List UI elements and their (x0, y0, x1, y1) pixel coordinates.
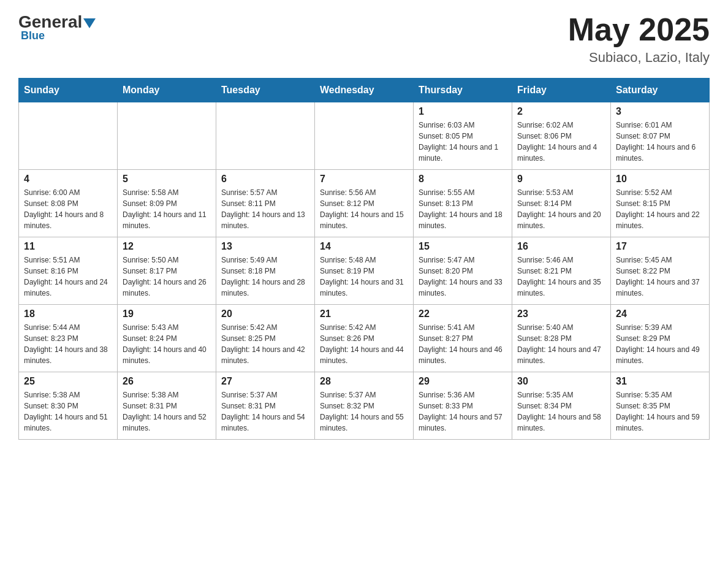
table-row: 18Sunrise: 5:44 AM Sunset: 8:23 PM Dayli… (19, 305, 118, 372)
day-number: 31 (616, 376, 704, 387)
day-number: 19 (123, 308, 211, 320)
logo: General Blue (18, 12, 96, 42)
table-row: 10Sunrise: 5:52 AM Sunset: 8:15 PM Dayli… (611, 170, 710, 237)
table-row: 13Sunrise: 5:49 AM Sunset: 8:18 PM Dayli… (216, 237, 315, 305)
day-info: Sunrise: 5:52 AM Sunset: 8:15 PM Dayligh… (616, 187, 704, 231)
day-info: Sunrise: 5:43 AM Sunset: 8:24 PM Dayligh… (123, 322, 211, 366)
day-number: 1 (419, 106, 507, 117)
page-header: General Blue May 2025 Subiaco, Lazio, It… (18, 12, 710, 66)
table-row: 21Sunrise: 5:42 AM Sunset: 8:26 PM Dayli… (315, 305, 414, 372)
day-number: 10 (616, 174, 704, 185)
day-info: Sunrise: 5:40 AM Sunset: 8:28 PM Dayligh… (517, 322, 605, 366)
table-row: 14Sunrise: 5:48 AM Sunset: 8:19 PM Dayli… (315, 237, 414, 305)
day-info: Sunrise: 5:51 AM Sunset: 8:16 PM Dayligh… (24, 255, 112, 299)
day-info: Sunrise: 5:38 AM Sunset: 8:30 PM Dayligh… (24, 389, 112, 434)
table-row: 22Sunrise: 5:41 AM Sunset: 8:27 PM Dayli… (414, 305, 512, 372)
day-number: 5 (123, 174, 211, 185)
day-number: 16 (517, 241, 605, 252)
calendar-week-row: 11Sunrise: 5:51 AM Sunset: 8:16 PM Dayli… (19, 237, 710, 305)
table-row: 9Sunrise: 5:53 AM Sunset: 8:14 PM Daylig… (512, 170, 611, 237)
day-number: 20 (221, 308, 309, 320)
day-info: Sunrise: 5:46 AM Sunset: 8:21 PM Dayligh… (517, 255, 605, 299)
table-row: 12Sunrise: 5:50 AM Sunset: 8:17 PM Dayli… (118, 237, 216, 305)
table-row: 4Sunrise: 6:00 AM Sunset: 8:08 PM Daylig… (19, 170, 118, 237)
col-monday: Monday (118, 79, 216, 102)
day-number: 11 (24, 241, 112, 252)
col-friday: Friday (512, 79, 611, 102)
day-number: 24 (616, 308, 704, 320)
day-info: Sunrise: 6:01 AM Sunset: 8:07 PM Dayligh… (616, 120, 704, 164)
day-number: 13 (221, 241, 309, 252)
table-row: 19Sunrise: 5:43 AM Sunset: 8:24 PM Dayli… (118, 305, 216, 372)
calendar-week-row: 18Sunrise: 5:44 AM Sunset: 8:23 PM Dayli… (19, 305, 710, 372)
table-row: 30Sunrise: 5:35 AM Sunset: 8:34 PM Dayli… (512, 372, 611, 440)
col-thursday: Thursday (414, 79, 512, 102)
day-info: Sunrise: 5:56 AM Sunset: 8:12 PM Dayligh… (320, 187, 408, 231)
logo-blue: Blue (21, 29, 96, 42)
day-number: 22 (419, 308, 507, 320)
calendar-header: Sunday Monday Tuesday Wednesday Thursday… (19, 79, 710, 102)
day-header-row: Sunday Monday Tuesday Wednesday Thursday… (19, 79, 710, 102)
day-number: 14 (320, 241, 408, 252)
day-info: Sunrise: 5:37 AM Sunset: 8:32 PM Dayligh… (320, 389, 408, 434)
day-number: 8 (419, 174, 507, 185)
day-info: Sunrise: 5:41 AM Sunset: 8:27 PM Dayligh… (419, 322, 507, 366)
table-row: 7Sunrise: 5:56 AM Sunset: 8:12 PM Daylig… (315, 170, 414, 237)
table-row (216, 102, 315, 170)
table-row: 27Sunrise: 5:37 AM Sunset: 8:31 PM Dayli… (216, 372, 315, 440)
col-wednesday: Wednesday (315, 79, 414, 102)
day-info: Sunrise: 5:36 AM Sunset: 8:33 PM Dayligh… (419, 389, 507, 434)
day-info: Sunrise: 5:53 AM Sunset: 8:14 PM Dayligh… (517, 187, 605, 231)
day-number: 28 (320, 376, 408, 387)
day-number: 25 (24, 376, 112, 387)
day-info: Sunrise: 5:42 AM Sunset: 8:25 PM Dayligh… (221, 322, 309, 366)
table-row: 20Sunrise: 5:42 AM Sunset: 8:25 PM Dayli… (216, 305, 315, 372)
day-number: 30 (517, 376, 605, 387)
table-row: 11Sunrise: 5:51 AM Sunset: 8:16 PM Dayli… (19, 237, 118, 305)
calendar-week-row: 4Sunrise: 6:00 AM Sunset: 8:08 PM Daylig… (19, 170, 710, 237)
table-row: 23Sunrise: 5:40 AM Sunset: 8:28 PM Dayli… (512, 305, 611, 372)
col-sunday: Sunday (19, 79, 118, 102)
table-row: 2Sunrise: 6:02 AM Sunset: 8:06 PM Daylig… (512, 102, 611, 170)
day-info: Sunrise: 5:44 AM Sunset: 8:23 PM Dayligh… (24, 322, 112, 366)
day-number: 29 (419, 376, 507, 387)
day-info: Sunrise: 5:58 AM Sunset: 8:09 PM Dayligh… (123, 187, 211, 231)
day-info: Sunrise: 5:42 AM Sunset: 8:26 PM Dayligh… (320, 322, 408, 366)
day-info: Sunrise: 5:35 AM Sunset: 8:34 PM Dayligh… (517, 389, 605, 434)
day-number: 27 (221, 376, 309, 387)
day-info: Sunrise: 5:38 AM Sunset: 8:31 PM Dayligh… (123, 389, 211, 434)
table-row: 28Sunrise: 5:37 AM Sunset: 8:32 PM Dayli… (315, 372, 414, 440)
day-number: 23 (517, 308, 605, 320)
table-row: 8Sunrise: 5:55 AM Sunset: 8:13 PM Daylig… (414, 170, 512, 237)
day-number: 15 (419, 241, 507, 252)
day-info: Sunrise: 6:02 AM Sunset: 8:06 PM Dayligh… (517, 120, 605, 164)
table-row (118, 102, 216, 170)
table-row: 6Sunrise: 5:57 AM Sunset: 8:11 PM Daylig… (216, 170, 315, 237)
day-number: 18 (24, 308, 112, 320)
table-row: 25Sunrise: 5:38 AM Sunset: 8:30 PM Dayli… (19, 372, 118, 440)
table-row: 3Sunrise: 6:01 AM Sunset: 8:07 PM Daylig… (611, 102, 710, 170)
table-row: 5Sunrise: 5:58 AM Sunset: 8:09 PM Daylig… (118, 170, 216, 237)
table-row: 1Sunrise: 6:03 AM Sunset: 8:05 PM Daylig… (414, 102, 512, 170)
day-number: 9 (517, 174, 605, 185)
table-row (19, 102, 118, 170)
calendar-body: 1Sunrise: 6:03 AM Sunset: 8:05 PM Daylig… (19, 102, 710, 440)
calendar-title: May 2025 (568, 12, 710, 47)
day-number: 17 (616, 241, 704, 252)
calendar-week-row: 1Sunrise: 6:03 AM Sunset: 8:05 PM Daylig… (19, 102, 710, 170)
col-saturday: Saturday (611, 79, 710, 102)
table-row: 16Sunrise: 5:46 AM Sunset: 8:21 PM Dayli… (512, 237, 611, 305)
day-number: 4 (24, 174, 112, 185)
table-row: 26Sunrise: 5:38 AM Sunset: 8:31 PM Dayli… (118, 372, 216, 440)
day-number: 6 (221, 174, 309, 185)
table-row: 31Sunrise: 5:35 AM Sunset: 8:35 PM Dayli… (611, 372, 710, 440)
calendar-subtitle: Subiaco, Lazio, Italy (568, 50, 710, 66)
table-row: 24Sunrise: 5:39 AM Sunset: 8:29 PM Dayli… (611, 305, 710, 372)
calendar-table: Sunday Monday Tuesday Wednesday Thursday… (18, 78, 710, 440)
table-row (315, 102, 414, 170)
day-info: Sunrise: 5:37 AM Sunset: 8:31 PM Dayligh… (221, 389, 309, 434)
day-info: Sunrise: 5:45 AM Sunset: 8:22 PM Dayligh… (616, 255, 704, 299)
table-row: 29Sunrise: 5:36 AM Sunset: 8:33 PM Dayli… (414, 372, 512, 440)
title-block: May 2025 Subiaco, Lazio, Italy (568, 12, 710, 66)
day-number: 12 (123, 241, 211, 252)
